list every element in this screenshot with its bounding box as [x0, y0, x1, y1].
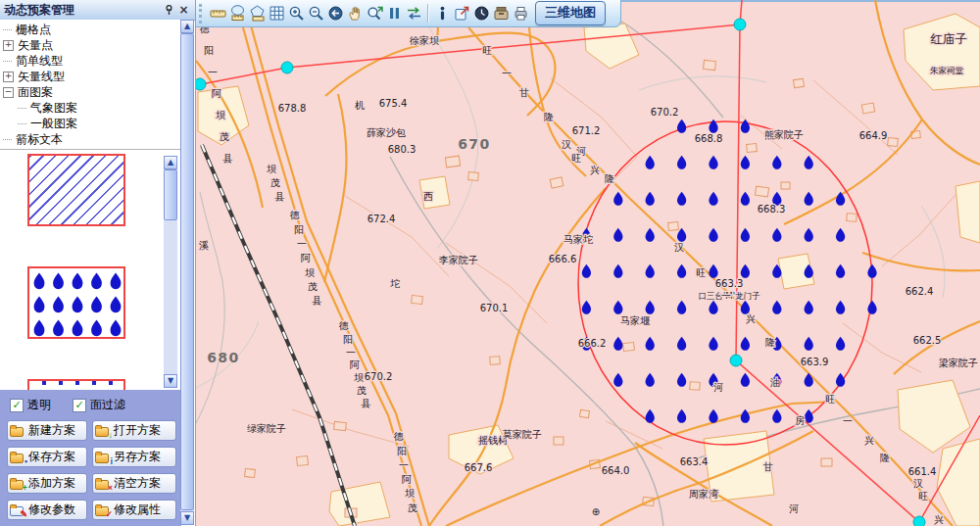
clock-icon [473, 5, 490, 22]
tree-item-label: 气象图案 [30, 100, 77, 117]
map-3d-button[interactable]: 三维地图 [535, 1, 606, 25]
new-plan-button[interactable]: 新建方案 [7, 420, 87, 441]
toolbar-zoom-selection-button[interactable] [365, 2, 384, 24]
toolbar-swap-button[interactable] [404, 2, 423, 24]
tree-item-6[interactable]: 一般图案 [15, 116, 181, 131]
panel-scrollbar[interactable]: ▲ ▼ [180, 20, 194, 525]
toolbar-measure-area-button[interactable] [247, 2, 267, 24]
grid-icon [269, 5, 285, 22]
pan-icon [347, 5, 364, 22]
tree-item-1[interactable]: +矢量点 [0, 37, 181, 53]
tree-item-2[interactable]: 简单线型 [0, 53, 181, 69]
toolbar-previous-view-button[interactable] [325, 2, 345, 24]
map-label: 旺 [482, 45, 492, 56]
vertex-handle[interactable] [730, 355, 742, 366]
map-label: 一 [208, 67, 218, 77]
map-label: 县 [222, 153, 233, 164]
zoom-out-icon [308, 5, 324, 22]
checkbox-icon[interactable]: ✓ [73, 399, 86, 412]
add-plan-button[interactable]: +添加方案 [7, 473, 87, 494]
plan-button-label: 另存方案 [114, 449, 161, 465]
measure-area-icon [249, 5, 266, 22]
vertex-handle[interactable] [196, 78, 206, 90]
toolbar-pause-button[interactable] [384, 2, 404, 24]
toolbar-zoom-out-button[interactable] [306, 2, 325, 24]
scroll-up-arrow-icon[interactable]: ▲ [180, 20, 194, 33]
clear-plan-button[interactable]: ×清空方案 [92, 473, 176, 494]
map-label: 阿 [350, 359, 360, 370]
map-label: 670.2 [651, 107, 679, 118]
add-plan-icon: + [10, 478, 25, 490]
scroll-down-arrow-icon[interactable]: ▼ [164, 374, 177, 388]
map-label: 675.4 [379, 98, 408, 109]
toolbar-save-image-button[interactable] [491, 2, 511, 24]
modify-params-button[interactable]: ✎修改参数 [7, 500, 87, 520]
checkbox-icon[interactable]: ✓ [10, 399, 24, 412]
map-label: 河 [713, 382, 723, 393]
map-label: ⊕ [592, 506, 600, 517]
toolbar-measure-distance-button[interactable] [208, 2, 227, 24]
save-image-icon [493, 5, 510, 22]
map-label: 隆 [880, 453, 890, 463]
close-icon[interactable]: × [176, 3, 191, 18]
map-canvas[interactable]: 徐家坝红庙子朱家祠堂678.8675.4机薛家沙包680.3670680671.… [196, 0, 980, 526]
plan-button-label: 保存方案 [28, 449, 75, 465]
modify-props-button[interactable]: ✓修改属性 [92, 500, 176, 520]
save-as-plan-button[interactable]: i另存方案 [92, 447, 176, 467]
pin-icon[interactable] [162, 3, 176, 18]
map-label: 马家堰 [620, 315, 651, 326]
plus-expander-icon[interactable]: + [3, 40, 14, 51]
toolbar-print-button[interactable] [511, 2, 530, 24]
map-label: 莫家院子 [502, 429, 542, 440]
save-plan-button[interactable]: ▪保存方案 [7, 447, 87, 467]
map-label: 房 [795, 415, 805, 426]
toolbar-measure-circle-button[interactable] [227, 2, 247, 24]
map-label: 油 [769, 377, 780, 388]
minus-expander-icon[interactable]: − [3, 87, 14, 98]
scroll-down-arrow-icon[interactable]: ▼ [180, 511, 194, 525]
checkbox-0[interactable]: ✓透明 [10, 397, 51, 413]
map-label: 668.8 [695, 133, 723, 144]
hatch-pattern-preview[interactable] [27, 154, 125, 226]
map-label: 一 [721, 290, 731, 301]
print-icon [513, 5, 529, 22]
tree-leaf-dash [18, 108, 26, 109]
plan-button-grid: 新建方案↓打开方案▪保存方案i另存方案+添加方案×清空方案✎修改参数✓修改属性 [7, 420, 181, 520]
vertex-handle[interactable] [281, 62, 293, 73]
toolbar-clock-button[interactable] [471, 2, 491, 24]
toolbar-identify-button[interactable] [432, 2, 452, 24]
pattern-list-scrollbar[interactable]: ▲ ▼ [164, 156, 177, 388]
map-label: 甘 [763, 461, 773, 472]
modify-params-icon: ✎ [10, 504, 25, 516]
vertex-handle[interactable] [913, 516, 925, 526]
map-label: 兴 [746, 313, 756, 324]
plus-expander-icon[interactable]: + [3, 72, 14, 82]
checkbox-1[interactable]: ✓面过滤 [73, 397, 125, 413]
map-label: 664.0 [602, 465, 630, 476]
toolbar-zoom-in-button[interactable] [286, 2, 306, 24]
tree-item-7[interactable]: 箭标文本 [0, 131, 181, 147]
open-plan-button[interactable]: ↓打开方案 [92, 420, 176, 441]
zoom-selection-icon [367, 5, 383, 22]
drop-pattern-swatch [29, 268, 123, 337]
tree-item-3[interactable]: +矢量线型 [0, 69, 181, 84]
plan-manager-panel: 动态预案管理 × 栅格点+矢量点简单线型+矢量线型−面图案气象图案一般图案箭标文… [0, 0, 196, 526]
map-label: 茂 [270, 177, 280, 188]
scrollbar-thumb[interactable] [164, 169, 177, 220]
toolbar-pan-button[interactable] [345, 2, 365, 24]
toolbar-grip[interactable] [199, 4, 205, 24]
plan-button-label: 修改属性 [114, 502, 161, 518]
tree-item-0[interactable]: 栅格点 [0, 22, 181, 37]
scroll-up-arrow-icon[interactable]: ▲ [164, 156, 177, 169]
tree-item-5[interactable]: 气象图案 [15, 100, 181, 116]
map-label: 670.1 [480, 303, 509, 313]
scrollbar-thumb[interactable] [180, 33, 194, 510]
map-label: 阿 [212, 88, 221, 99]
drop-pattern-preview[interactable] [27, 266, 125, 339]
map-label: 隆 [605, 173, 614, 184]
tree-item-4[interactable]: −面图案 [0, 84, 181, 100]
toolbar-export-button[interactable] [452, 2, 471, 24]
vertex-handle[interactable] [734, 19, 746, 30]
toolbar-grid-button[interactable] [267, 2, 286, 24]
measure-distance-icon [210, 5, 226, 22]
